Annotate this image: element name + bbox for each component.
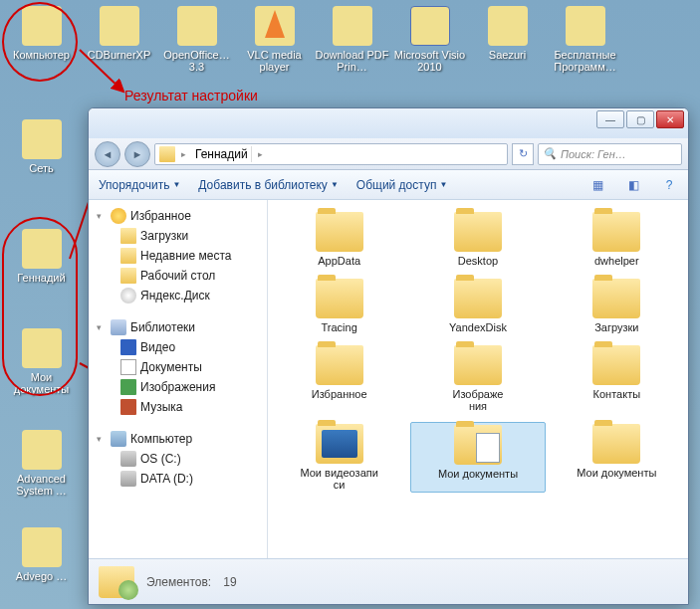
search-icon: 🔍 [543, 147, 557, 160]
document-icon [120, 359, 136, 375]
address-bar[interactable]: ▸ Геннадий ▸ [154, 143, 508, 165]
folder-item[interactable]: Мои видеозапи си [272, 422, 406, 493]
item-grid: AppDataDesktopdwhelperTracingYandexDiskЗ… [272, 210, 684, 493]
folder-label: Контакты [552, 388, 682, 400]
maximize-button[interactable]: ▢ [626, 110, 654, 128]
nav-head-favorites[interactable]: ▾ Избранное [93, 206, 263, 226]
folder-icon [159, 146, 175, 162]
preview-pane-button[interactable]: ◧ [624, 176, 642, 194]
nav-forward-button[interactable]: ► [124, 141, 150, 167]
nav-group-libraries: ▾ Библиотеки Видео Документы Изображения… [93, 317, 263, 417]
folder-icon [316, 279, 363, 318]
folder-item[interactable]: Изображе ния [410, 343, 545, 414]
star-icon [111, 208, 126, 224]
folder-icon [120, 248, 136, 264]
view-mode-button[interactable]: ▦ [588, 176, 606, 194]
nav-back-button[interactable]: ◄ [95, 141, 120, 167]
minimize-button[interactable]: — [596, 110, 624, 128]
folder-label: Избранное [274, 388, 404, 400]
search-placeholder: Поиск: Ген… [561, 148, 626, 160]
address-segment[interactable]: Геннадий [192, 146, 252, 162]
image-icon [120, 379, 136, 395]
folder-label: Tracing [274, 321, 404, 333]
nav-item-music[interactable]: Музыка [93, 397, 263, 417]
folder-icon [454, 212, 502, 252]
status-bar: Элементов: 19 [89, 558, 688, 604]
folder-icon [120, 228, 136, 244]
folder-item[interactable]: Desktop [410, 210, 545, 269]
status-label: Элементов: [146, 575, 211, 589]
folder-icon [454, 279, 502, 318]
nav-item-video[interactable]: Видео [93, 337, 263, 357]
titlebar: — ▢ ✕ [89, 108, 688, 138]
expand-icon: ▾ [97, 211, 107, 221]
nav-head-label: Библиотеки [130, 320, 195, 334]
folder-label: Desktop [412, 255, 543, 267]
library-icon [111, 319, 126, 335]
close-button[interactable]: ✕ [656, 110, 684, 128]
nav-item-label: Видео [140, 340, 175, 354]
nav-item-label: Загрузки [140, 229, 188, 243]
folder-label: Изображе ния [412, 388, 543, 412]
nav-item-label: Яндекс.Диск [140, 289, 210, 303]
folder-icon [592, 279, 640, 318]
folder-icon [592, 345, 640, 385]
chevron-icon: ▸ [179, 149, 188, 159]
folder-item[interactable]: Мои документы [410, 422, 545, 493]
folder-icon [316, 345, 363, 385]
folder-label: Мои видеозапи си [274, 467, 404, 491]
folder-item[interactable]: Избранное [272, 343, 406, 414]
nav-item-yandexdisk[interactable]: Яндекс.Диск [93, 286, 263, 305]
help-button[interactable]: ? [660, 176, 678, 194]
disk-icon [120, 288, 136, 304]
folder-icon [592, 212, 640, 252]
expand-icon: ▾ [97, 434, 107, 444]
nav-item-recent[interactable]: Недавние места [93, 246, 263, 266]
folder-item[interactable]: AppData [272, 210, 406, 269]
folder-label: AppData [274, 255, 404, 267]
nav-item-drive-c[interactable]: OS (C:) [93, 449, 263, 469]
folder-item[interactable]: YandexDisk [410, 277, 545, 335]
folder-icon [120, 268, 136, 284]
nav-head-label: Избранное [130, 209, 191, 223]
navigation-pane: ▾ Избранное Загрузки Недавние места Рабо… [89, 200, 268, 558]
folder-label: dwhelper [552, 255, 682, 267]
folder-label: Загрузки [552, 321, 682, 333]
nav-item-drive-d[interactable]: DATA (D:) [93, 469, 263, 489]
nav-item-downloads[interactable]: Загрузки [93, 226, 263, 246]
nav-item-desktop[interactable]: Рабочий стол [93, 266, 263, 286]
nav-item-label: Рабочий стол [140, 269, 215, 283]
nav-item-label: Изображения [140, 380, 215, 394]
folder-label: Мои документы [552, 467, 682, 479]
toolbar-label: Упорядочить [99, 178, 169, 192]
toolbar: Упорядочить ▼ Добавить в библиотеку ▼ Об… [89, 170, 688, 200]
nav-item-images[interactable]: Изображения [93, 377, 263, 397]
nav-group-computer: ▾ Компьютер OS (C:) DATA (D:) [93, 429, 263, 489]
search-input[interactable]: 🔍 Поиск: Ген… [538, 143, 682, 165]
nav-item-label: Документы [140, 360, 202, 374]
folder-item[interactable]: Tracing [272, 277, 406, 335]
folder-label: YandexDisk [412, 321, 543, 333]
refresh-button[interactable]: ↻ [512, 143, 534, 165]
toolbar-organize[interactable]: Упорядочить ▼ [99, 178, 180, 192]
svg-line-0 [80, 50, 123, 92]
folder-item[interactable]: Контакты [550, 343, 684, 414]
nav-item-label: Музыка [140, 400, 182, 414]
drive-icon [120, 451, 136, 467]
chevron-down-icon: ▼ [439, 180, 447, 189]
computer-icon [111, 431, 126, 447]
folder-item[interactable]: Загрузки [550, 277, 684, 335]
content-pane: AppDataDesktopdwhelperTracingYandexDiskЗ… [268, 200, 688, 558]
folder-icon [592, 424, 640, 464]
folder-item[interactable]: Мои документы [550, 422, 684, 493]
toolbar-label: Общий доступ [356, 178, 437, 192]
nav-head-computer[interactable]: ▾ Компьютер [93, 429, 263, 449]
toolbar-add-library[interactable]: Добавить в библиотеку ▼ [198, 178, 338, 192]
toolbar-share[interactable]: Общий доступ ▼ [356, 178, 448, 192]
nav-head-label: Компьютер [130, 432, 192, 446]
nav-item-documents[interactable]: Документы [93, 357, 263, 377]
user-folder-icon [99, 566, 134, 598]
folder-item[interactable]: dwhelper [550, 210, 684, 269]
video-icon [120, 339, 136, 355]
nav-head-libraries[interactable]: ▾ Библиотеки [93, 317, 263, 337]
